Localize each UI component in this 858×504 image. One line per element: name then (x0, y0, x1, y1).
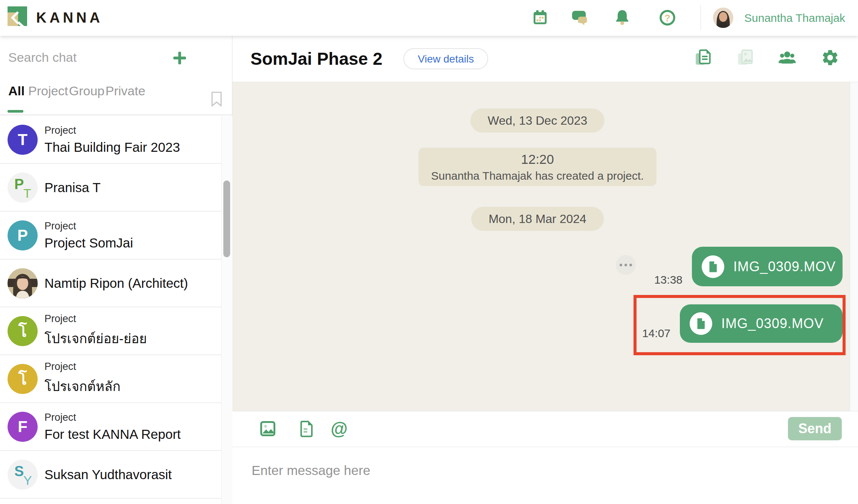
avatar: F (8, 412, 38, 442)
composer-toolbar: @ Send (232, 411, 858, 447)
chat-item-main-project[interactable]: โ Project โปรเจกต์หลัก (0, 355, 221, 403)
image-icon[interactable] (259, 420, 277, 438)
sidebar-scrollbar-thumb[interactable] (223, 180, 230, 257)
chat-type-label: Project (44, 361, 121, 373)
files-icon[interactable] (693, 48, 712, 67)
chat-name: โปรเจกต์ย่อย-ย่อย (44, 328, 147, 349)
chat-item-project-somjai[interactable]: P Project Project SomJai (0, 212, 221, 260)
app-window: KANNA (0, 0, 858, 504)
chat-item-kanna-report[interactable]: F Project For test KANNA Report (0, 403, 221, 451)
chat-list: T Project Thai Building Fair 2023 P T Pr… (0, 116, 221, 504)
images-icon[interactable] (736, 48, 754, 67)
view-details-button[interactable]: View details (403, 48, 488, 69)
tab-private[interactable]: Private (105, 84, 145, 98)
chat-name: For test KANNA Report (44, 427, 181, 442)
chat-type-label: Project (44, 313, 147, 325)
header-divider (701, 5, 701, 30)
chat-filter-tabs: All Project Group Private (0, 78, 232, 115)
chat-panel: SomJai Phase 2 View details (232, 36, 858, 504)
avatar: S Y (8, 460, 38, 490)
search-row (0, 36, 232, 78)
chat-icon[interactable] (571, 9, 588, 26)
message-scrollbar-track (850, 82, 858, 411)
date-separator: Wed, 13 Dec 2023 (470, 108, 605, 133)
top-header: KANNA (0, 0, 858, 36)
chat-item-namtip[interactable]: Namtip Ripon (Architect) (0, 260, 221, 307)
chat-type-label: Project (44, 412, 181, 423)
file-message[interactable]: IMG_0309.MOV (692, 247, 843, 286)
chat-title: SomJai Phase 2 (250, 49, 382, 69)
mention-icon[interactable]: @ (331, 420, 349, 438)
file-message[interactable]: IMG_0309.MOV (680, 304, 843, 343)
search-input[interactable] (8, 48, 159, 67)
file-name: IMG_0309.MOV (721, 316, 824, 331)
chat-name: Pranisa T (44, 180, 101, 195)
tab-all[interactable]: All (8, 84, 24, 98)
settings-icon[interactable] (821, 48, 840, 67)
chat-type-label: Project (44, 125, 180, 136)
user-avatar[interactable] (713, 8, 733, 28)
file-name: IMG_0309.MOV (733, 259, 836, 275)
chat-item-thai-building-fair[interactable]: T Project Thai Building Fair 2023 (0, 116, 221, 164)
active-tab-underline (8, 110, 23, 113)
system-message-text: Sunantha Thamajak has created a project. (431, 170, 644, 182)
system-message-time: 12:20 (521, 152, 554, 167)
message-timestamp: 13:38 (654, 273, 682, 286)
brand-title: KANNA (36, 0, 103, 36)
chat-name: โปรเจกต์หลัก (44, 376, 121, 397)
message-input[interactable] (232, 447, 858, 504)
chat-item-sub-project[interactable]: โ Project โปรเจกต์ย่อย-ย่อย (0, 307, 221, 355)
chat-item-pranisa[interactable]: P T Pranisa T (0, 164, 221, 212)
help-icon[interactable]: ? (659, 9, 676, 26)
chat-type-label: Project (44, 220, 133, 232)
add-chat-button[interactable] (172, 50, 188, 66)
chat-name: Namtip Ripon (Architect) (44, 276, 188, 291)
message-area: Wed, 13 Dec 2023 12:20 Sunantha Thamajak… (232, 82, 858, 411)
chat-item-suksan[interactable]: S Y Suksan Yudthavorasit (0, 451, 221, 499)
avatar: P T (8, 173, 38, 203)
chat-name: Thai Building Fair 2023 (44, 140, 180, 155)
avatar: P (8, 220, 38, 250)
kanna-logo-icon[interactable] (8, 6, 27, 26)
tab-project[interactable]: Project (28, 84, 68, 98)
chat-header: SomJai Phase 2 View details (232, 36, 858, 82)
date-separator: Mon, 18 Mar 2024 (471, 207, 604, 231)
avatar: T (8, 125, 38, 155)
system-message: 12:20 Sunantha Thamajak has created a pr… (418, 148, 656, 186)
send-button[interactable]: Send (788, 417, 842, 440)
file-icon (690, 312, 712, 335)
avatar: โ (8, 316, 38, 346)
sidebar-scrollbar-track (221, 116, 232, 504)
avatar-photo (8, 268, 38, 298)
message-timestamp: 14:07 (642, 327, 670, 340)
svg-text:?: ? (664, 13, 670, 23)
bookmark-icon[interactable] (210, 91, 223, 107)
user-name[interactable]: Sunantha Thamajak (744, 0, 845, 36)
composer (232, 447, 858, 504)
tab-group[interactable]: Group (69, 84, 105, 98)
chat-name: Project SomJai (44, 235, 133, 250)
file-icon (702, 255, 724, 278)
file-icon[interactable] (297, 420, 315, 438)
sidebar: All Project Group Private T Project Thai… (0, 36, 232, 504)
chat-name: Suksan Yudthavorasit (44, 467, 172, 482)
avatar: โ (8, 364, 38, 394)
calendar-icon[interactable] (531, 9, 549, 26)
notifications-icon[interactable] (614, 9, 631, 26)
message-more-menu[interactable] (616, 255, 636, 275)
plus-icon (172, 50, 188, 66)
members-icon[interactable] (778, 48, 797, 67)
